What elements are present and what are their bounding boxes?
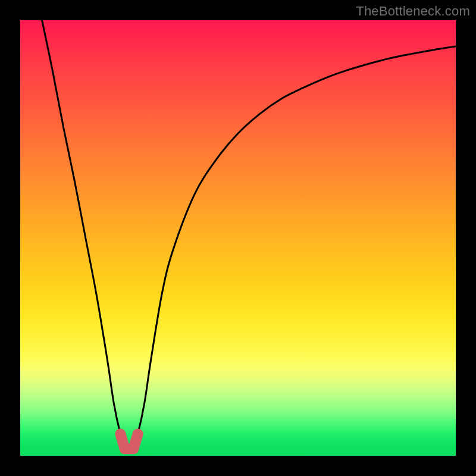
chart-frame: TheBottleneck.com [0, 0, 476, 476]
curve-path [42, 20, 456, 453]
watermark-text: TheBottleneck.com [356, 4, 470, 19]
bottleneck-curve [20, 20, 456, 456]
plot-area [20, 20, 456, 456]
curve-minimum-marker [120, 434, 137, 449]
